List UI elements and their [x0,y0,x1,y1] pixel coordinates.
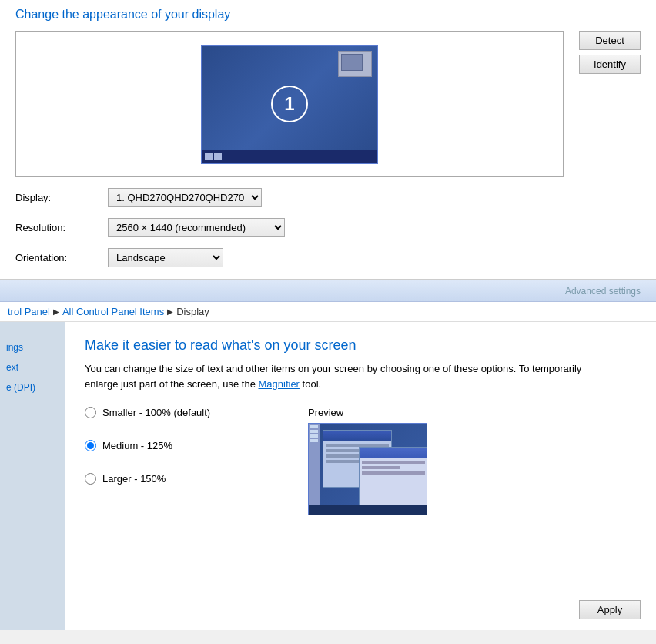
display-row: Display: 1. QHD270QHD270QHD270 [15,188,641,207]
preview-window2-body [360,458,427,479]
preview-line-w2-3 [362,471,425,475]
description-end: tool. [303,378,322,390]
monitor-preview: 1 [201,45,378,164]
breadcrumb-all-items[interactable]: All Control Panel Items [62,306,164,317]
preview-line-4 [326,460,363,463]
radio-medium[interactable] [85,440,96,451]
resolution-label: Resolution: [15,222,108,233]
breadcrumb-control-panel[interactable]: trol Panel [8,306,50,317]
radio-options: Smaller - 100% (default) Medium - 125% L… [85,407,277,485]
radio-smaller[interactable] [85,407,96,418]
preview-line-w2-2 [362,466,400,469]
top-section: Change the appearance of your display 1 … [0,0,656,280]
radio-larger[interactable] [85,473,96,485]
sidebar-item-ext[interactable]: ext [0,357,65,377]
radio-item-medium: Medium - 125% [85,440,277,451]
preview-sidebar-item-3 [310,434,318,438]
page-title: Change the appearance of your display [15,8,641,22]
preview-taskbar [309,505,427,515]
apply-button[interactable]: Apply [579,600,641,619]
section-description: You can change the size of text and othe… [85,361,585,391]
breadcrumb-arrow-2: ▶ [167,307,173,316]
orientation-select[interactable]: Landscape Portrait Landscape (flipped) P… [108,248,223,267]
resolution-row: Resolution: 2560 × 1440 (recommended) 19… [15,218,641,237]
preview-window-2 [359,447,427,508]
resolution-select[interactable]: 2560 × 1440 (recommended) 1920 × 1080 12… [108,218,285,237]
bottom-wrapper: ings ext e (DPI) Make it easier to read … [0,322,656,630]
advanced-settings-link[interactable]: Advanced settings [565,286,641,297]
advanced-link-bar: Advanced settings [0,280,656,302]
bottom-bar: Apply [65,589,656,630]
preview-line-2 [326,449,363,452]
orientation-row: Orientation: Landscape Portrait Landscap… [15,248,641,267]
radio-medium-label[interactable]: Medium - 125% [102,440,172,451]
preview-sidebar-item-1 [310,425,318,428]
detect-buttons-area: Detect Identify [579,31,641,74]
description-text: You can change the size of text and othe… [85,363,581,390]
section-title: Make it easier to read what's on your sc… [85,337,637,354]
orientation-label: Orientation: [15,252,108,263]
options-preview: Smaller - 100% (default) Medium - 125% L… [85,407,637,515]
preview-image [308,423,427,515]
preview-divider [351,411,601,411]
display-label: Display: [15,192,108,203]
identify-button[interactable]: Identify [579,55,641,74]
breadcrumb-arrow-1: ▶ [53,307,59,316]
preview-window1-title [323,431,391,441]
taskbar-icon-2 [214,153,222,160]
preview-sidebar [309,424,320,505]
preview-area: Preview [308,407,601,515]
radio-larger-label[interactable]: Larger - 150% [102,473,166,485]
main-content: Make it easier to read what's on your sc… [65,322,656,589]
sidebar-item-dpi[interactable]: e (DPI) [0,377,65,397]
monitor-thumb [338,51,372,77]
preview-window2-title [360,448,427,458]
monitor-box: 1 [15,31,564,177]
preview-line-w2-1 [362,461,425,464]
taskbar-icon-1 [205,153,213,160]
breadcrumb: trol Panel ▶ All Control Panel Items ▶ D… [0,302,656,322]
radio-smaller-label[interactable]: Smaller - 100% (default) [102,407,210,418]
magnifier-link[interactable]: Magnifier [258,378,299,390]
preview-sidebar-item-2 [310,430,318,433]
display-area: 1 Detect Identify [15,31,641,177]
sidebar-item-ings[interactable]: ings [0,337,65,357]
sidebar: ings ext e (DPI) [0,322,65,630]
display-select[interactable]: 1. QHD270QHD270QHD270 [108,188,262,207]
monitor-thumb-inner [341,54,363,71]
monitor-number: 1 [271,86,308,122]
preview-sidebar-item-4 [310,439,318,442]
monitor-taskbar [202,150,377,163]
detect-button[interactable]: Detect [579,31,641,50]
radio-item-larger: Larger - 150% [85,473,277,485]
preview-label: Preview [308,407,343,418]
radio-item-smaller: Smaller - 100% (default) [85,407,277,418]
breadcrumb-current: Display [176,306,209,317]
